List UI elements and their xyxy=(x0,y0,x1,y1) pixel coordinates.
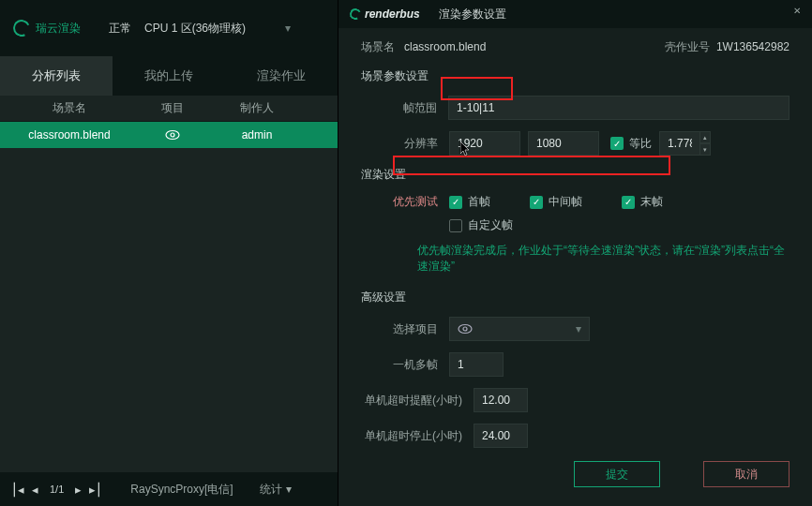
resolution-label: 分辨率 xyxy=(361,136,449,152)
row-custom-frame: 自定义帧 xyxy=(361,217,789,233)
submit-button[interactable]: 提交 xyxy=(574,461,660,487)
panel-body: 场景名 classroom.blend 壳作业号 1W136542982 场景参… xyxy=(338,28,812,506)
frame-range-input[interactable] xyxy=(448,96,789,120)
table-row[interactable]: classroom.blend admin xyxy=(0,122,338,148)
row-multiframe: 一机多帧 xyxy=(361,352,789,377)
logo-text: 瑞云渲染 xyxy=(36,21,81,37)
scene-name: classroom.blend xyxy=(404,40,486,53)
ratio-input[interactable] xyxy=(659,131,700,156)
section-render: 渲染设置 xyxy=(361,167,789,183)
stop-label: 单机超时停止(小时) xyxy=(361,428,474,444)
checkbox-icon: ✓ xyxy=(449,196,462,209)
left-panel: 瑞云渲染 正常 CPU 1 区(36物理核) ▾ 分析列表 我的上传 渲染作业 … xyxy=(0,0,338,506)
row-priority: 优先测试 ✓首帧 ✓中间帧 ✓末帧 xyxy=(361,194,789,210)
pager: ⎮◂ ◂ 1/1 ▸ ▸⎮ xyxy=(0,483,102,497)
pager-first-icon[interactable]: ⎮◂ xyxy=(11,483,24,497)
svg-point-0 xyxy=(166,131,179,140)
row-select-project: 选择项目 ▾ xyxy=(361,317,789,341)
section-advanced: 高级设置 xyxy=(361,290,789,305)
custom-frame-option[interactable]: 自定义帧 xyxy=(449,217,513,233)
job-id: 1W136542982 xyxy=(716,40,789,53)
pager-prev-icon[interactable]: ◂ xyxy=(32,483,38,497)
checkbox-icon: ✓ xyxy=(622,196,635,209)
priority-hint: 优先帧渲染完成后，作业处于“等待全速渲染”状态，请在“渲染”列表点击“全速渲染” xyxy=(417,243,789,275)
pager-last-icon[interactable]: ▸⎮ xyxy=(89,483,102,497)
section-scene-params: 场景参数设置 xyxy=(361,68,789,84)
remind-label: 单机超时提醒(小时) xyxy=(361,393,474,409)
cpu-zone-selector[interactable]: 正常 CPU 1 区(36物理核) ▾ xyxy=(109,15,291,42)
svg-point-1 xyxy=(171,133,174,137)
select-project-dropdown[interactable]: ▾ xyxy=(449,317,590,341)
ratio-up-icon[interactable]: ▴ xyxy=(699,131,711,143)
stats-label: 统计 xyxy=(260,482,282,498)
table-header: 场景名 项目 制作人 xyxy=(0,96,338,122)
ratio-down-icon[interactable]: ▾ xyxy=(699,143,711,156)
ratio-spinner: ▴ ▾ xyxy=(699,131,711,156)
ratio-label: 等比 xyxy=(629,136,652,152)
tab-render-jobs[interactable]: 渲染作业 xyxy=(225,56,338,96)
stats-dropdown[interactable]: 统计 ▾ xyxy=(260,482,292,498)
eye-icon xyxy=(165,129,180,141)
svg-point-3 xyxy=(463,327,467,331)
chevron-down-icon: ▾ xyxy=(286,483,292,496)
column-maker: 制作人 xyxy=(210,100,304,116)
column-scene: 场景名 xyxy=(4,100,135,116)
left-header: 瑞云渲染 正常 CPU 1 区(36物理核) ▾ xyxy=(0,0,338,56)
logo-icon xyxy=(10,17,32,38)
checkbox-icon: ✓ xyxy=(530,196,543,209)
logo-icon xyxy=(348,7,362,21)
panel-title: 渲染参数设置 xyxy=(439,7,506,22)
ratio-checkbox[interactable]: ✓ xyxy=(610,137,624,150)
cell-project xyxy=(135,129,210,141)
first-frame-option[interactable]: ✓首帧 xyxy=(449,194,490,210)
status-label: 正常 xyxy=(109,21,131,37)
panel-header: renderbus 渲染参数设置 xyxy=(338,0,812,28)
row-stop: 单机超时停止(小时) xyxy=(361,424,789,448)
last-frame-option[interactable]: ✓末帧 xyxy=(622,194,663,210)
checkbox-icon xyxy=(449,219,462,232)
stop-input[interactable] xyxy=(474,424,528,448)
multiframe-label: 一机多帧 xyxy=(361,357,449,373)
row-remind: 单机超时提醒(小时) xyxy=(361,388,789,412)
cell-maker: admin xyxy=(210,128,304,141)
remind-input[interactable] xyxy=(474,388,528,412)
scene-info: 场景名 classroom.blend 壳作业号 1W136542982 xyxy=(361,39,789,55)
proxy-label: RaySyncProxy[电信] xyxy=(130,482,233,498)
brand-text: renderbus xyxy=(365,7,420,21)
priority-label: 优先测试 xyxy=(361,194,449,210)
left-footer: ⎮◂ ◂ 1/1 ▸ ▸⎮ RaySyncProxy[电信] 统计 ▾ xyxy=(0,472,338,506)
pager-next-icon[interactable]: ▸ xyxy=(75,483,82,497)
main-tabs: 分析列表 我的上传 渲染作业 xyxy=(0,56,338,96)
render-settings-panel: renderbus 渲染参数设置 ✕ 场景名 classroom.blend 壳… xyxy=(338,0,812,506)
svg-point-2 xyxy=(459,325,472,334)
app-logo: 瑞云渲染 xyxy=(13,20,81,37)
cpu-zone-value: CPU 1 区(36物理核) xyxy=(139,15,272,42)
select-project-label: 选择项目 xyxy=(361,321,449,337)
panel-actions: 提交 取消 xyxy=(574,461,789,487)
chevron-down-icon: ▾ xyxy=(576,322,581,335)
mid-frame-option[interactable]: ✓中间帧 xyxy=(530,194,582,210)
job-label: 壳作业号 xyxy=(665,40,710,53)
scene-label: 场景名 xyxy=(361,40,395,53)
tab-analysis-list[interactable]: 分析列表 xyxy=(0,56,113,96)
cancel-button[interactable]: 取消 xyxy=(703,461,789,487)
panel-brand: renderbus xyxy=(350,7,420,21)
resolution-width-input[interactable] xyxy=(449,131,520,156)
row-resolution: 分辨率 ✓ 等比 ▴ ▾ xyxy=(361,131,789,156)
pager-value: 1/1 xyxy=(50,484,64,495)
close-icon[interactable]: ✕ xyxy=(788,0,806,22)
frame-range-label: 帧范围 xyxy=(361,100,448,116)
chevron-down-icon: ▾ xyxy=(285,22,291,35)
eye-icon xyxy=(458,323,473,335)
resolution-height-input[interactable] xyxy=(528,131,599,156)
column-project: 项目 xyxy=(135,100,210,116)
row-frame-range: 帧范围 xyxy=(361,96,789,120)
tab-my-uploads[interactable]: 我的上传 xyxy=(113,56,225,96)
cell-scene: classroom.blend xyxy=(4,128,135,141)
multiframe-input[interactable] xyxy=(449,352,504,377)
